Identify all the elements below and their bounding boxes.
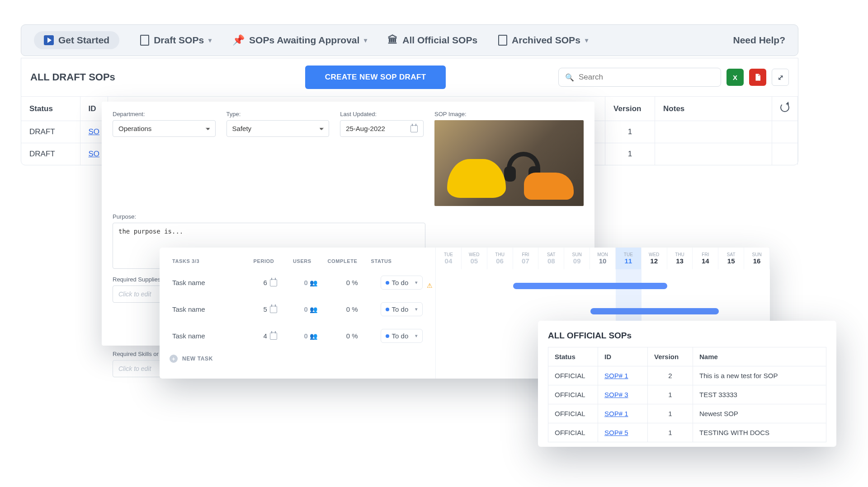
sop-link[interactable]: SO xyxy=(89,150,100,158)
cell-name: This is a new test for SOP xyxy=(693,366,826,385)
users-icon: 👥 xyxy=(310,332,317,340)
status-dot-icon xyxy=(386,334,389,338)
timeline-header: Tue04Wed05Thu06Fri07Sat08Sun09Mon10Tue11… xyxy=(436,248,770,269)
play-icon xyxy=(44,35,54,45)
sop-link[interactable]: SOP# 1 xyxy=(604,410,628,417)
sop-image[interactable] xyxy=(434,120,584,206)
status-dot-icon xyxy=(386,281,389,285)
cell-id: SOP# 1 xyxy=(598,366,648,385)
chevron-down-icon: ▾ xyxy=(585,37,588,44)
nav-label: Draft SOPs xyxy=(154,35,204,46)
nav-archived-sops[interactable]: Archived SOPs ▾ xyxy=(498,35,588,46)
nav-awaiting-approval[interactable]: 📌 SOPs Awaiting Approval ▾ xyxy=(232,34,367,46)
type-select[interactable]: Safety xyxy=(226,120,330,137)
last-updated-value: 25-Aug-2022 xyxy=(346,125,385,132)
day-of-week: Wed xyxy=(462,252,487,257)
gantt-bar[interactable] xyxy=(513,283,668,289)
cell-version: 1 xyxy=(648,423,693,442)
sop-link[interactable]: SOP# 3 xyxy=(604,391,628,398)
task-status-select[interactable]: To do▾ xyxy=(381,329,423,343)
create-sop-draft-button[interactable]: CREATE NEW SOP DRAFT xyxy=(305,66,446,89)
document-icon xyxy=(140,35,149,46)
timeline-day[interactable]: Mon10 xyxy=(590,248,616,269)
cell-empty xyxy=(772,143,798,165)
day-number: 10 xyxy=(590,257,615,265)
purpose-label: Purpose: xyxy=(113,213,425,220)
task-name: Task name xyxy=(172,305,243,313)
day-of-week: Tue xyxy=(436,252,461,257)
glove-illustration xyxy=(524,173,574,200)
top-nav: Get Started Draft SOPs ▾ 📌 SOPs Awaiting… xyxy=(21,24,798,56)
expand-button[interactable]: ⤢ xyxy=(772,69,789,86)
sop-image-label: SOP Image: xyxy=(434,111,584,117)
task-complete: 0 % xyxy=(337,279,367,286)
day-number: 08 xyxy=(538,257,564,265)
cell-id: SOP# 1 xyxy=(598,404,648,423)
cell-version: 1 xyxy=(648,404,693,423)
timeline-day[interactable]: Sun09 xyxy=(564,248,590,269)
nav-label: SOPs Awaiting Approval xyxy=(249,35,359,46)
timeline-day[interactable]: Tue11 xyxy=(616,248,642,269)
tasks-header: TASKS 3/3 PERIOD USERS COMPLETE STATUS xyxy=(170,255,425,269)
refresh-icon[interactable] xyxy=(780,103,789,112)
calendar-icon xyxy=(270,332,277,340)
timeline-day[interactable]: Wed05 xyxy=(462,248,487,269)
timeline-day[interactable]: Fri07 xyxy=(513,248,539,269)
official-sops-card: ALL OFFICIAL SOPs Status ID Version Name… xyxy=(538,321,836,447)
gantt-bar[interactable] xyxy=(590,308,719,314)
timeline-day[interactable]: Fri14 xyxy=(693,248,718,269)
timeline-day[interactable]: Thu06 xyxy=(487,248,513,269)
timeline-day[interactable]: Sat08 xyxy=(538,248,564,269)
search-box[interactable]: 🔍 xyxy=(558,68,721,87)
nav-get-started[interactable]: Get Started xyxy=(34,31,119,49)
task-row[interactable]: Task name 6 0👥 0 % To do▾ xyxy=(170,269,425,296)
calendar-icon xyxy=(270,279,277,286)
nav-official-sops[interactable]: 🏛 All Official SOPs xyxy=(388,34,477,46)
day-of-week: Sun xyxy=(564,252,590,257)
task-status-select[interactable]: To do▾ xyxy=(381,302,423,316)
new-task-button[interactable]: + NEW TASK xyxy=(170,355,425,363)
sop-link[interactable]: SOP# 5 xyxy=(604,429,628,436)
task-name: Task name xyxy=(172,332,243,340)
last-updated-label: Last Updated: xyxy=(340,111,424,117)
export-excel-button[interactable]: X xyxy=(726,69,744,86)
task-period: 5 xyxy=(256,305,284,313)
search-input[interactable] xyxy=(579,73,714,82)
task-status-select[interactable]: To do▾ xyxy=(381,276,423,290)
timeline-day[interactable]: Sat15 xyxy=(718,248,744,269)
cell-notes xyxy=(655,143,772,165)
archive-icon xyxy=(498,35,507,46)
task-row[interactable]: Task name 4 0👥 0 % To do▾ xyxy=(170,323,425,349)
department-select[interactable]: Operations xyxy=(113,120,216,137)
day-number: 15 xyxy=(718,257,744,265)
nav-draft-sops[interactable]: Draft SOPs ▾ xyxy=(140,35,212,46)
task-users: 0👥 xyxy=(298,305,324,313)
export-pdf-button[interactable] xyxy=(749,69,766,86)
pin-icon: 📌 xyxy=(232,34,245,46)
timeline-day[interactable]: Sun16 xyxy=(744,248,770,269)
day-of-week: Fri xyxy=(513,252,538,257)
panel-actions: 🔍 X ⤢ xyxy=(558,68,789,87)
cell-status: OFFICIAL xyxy=(548,366,598,385)
day-number: 09 xyxy=(564,257,590,265)
timeline-day[interactable]: Tue04 xyxy=(436,248,462,269)
day-of-week: Sat xyxy=(538,252,564,257)
col-period: PERIOD xyxy=(251,258,277,264)
panel-title: ALL DRAFT SOPs xyxy=(30,71,115,83)
type-label: Type: xyxy=(226,111,330,117)
day-number: 05 xyxy=(462,257,487,265)
chevron-down-icon: ▾ xyxy=(415,280,418,286)
col-refresh xyxy=(772,97,798,121)
sop-link[interactable]: SOP# 1 xyxy=(604,372,628,379)
users-icon: 👥 xyxy=(310,279,317,286)
day-of-week: Thu xyxy=(487,252,513,257)
help-link[interactable]: Need Help? xyxy=(733,35,785,46)
sop-link[interactable]: SO xyxy=(89,127,100,136)
day-of-week: Wed xyxy=(642,252,667,257)
timeline-day[interactable]: Thu13 xyxy=(667,248,693,269)
table-header-row: Status ID Version Name xyxy=(548,347,826,366)
status-dot-icon xyxy=(386,308,389,311)
last-updated-field[interactable]: 25-Aug-2022 xyxy=(340,120,424,137)
timeline-day[interactable]: Wed12 xyxy=(642,248,667,269)
task-row[interactable]: Task name 5 0👥 0 % To do▾ xyxy=(170,296,425,323)
